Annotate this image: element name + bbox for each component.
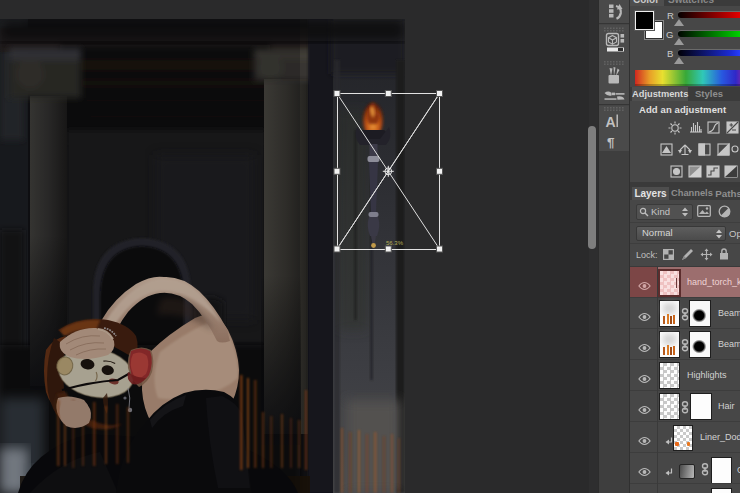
svg-text:¶: ¶	[607, 135, 615, 150]
svg-text:56.3%: 56.3%	[386, 240, 404, 246]
svg-text:A: A	[606, 114, 616, 130]
